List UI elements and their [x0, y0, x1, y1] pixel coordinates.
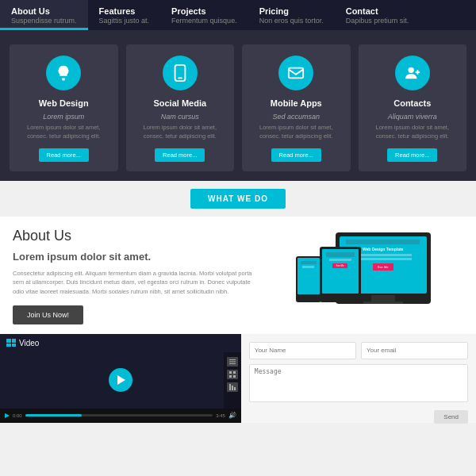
card-text: Lorem ipsum dolor sit amet, consec. tetu…	[134, 124, 227, 140]
card-read-more-button[interactable]: Read more...	[155, 148, 205, 162]
card-contacts: Contacts Aliquam viverra Lorem ipsum dol…	[359, 44, 467, 171]
card-title: Contacts	[393, 98, 431, 108]
svg-rect-5	[229, 361, 236, 362]
nav-item-projects[interactable]: ProjectsFermentum quisque.	[160, 0, 248, 30]
svg-rect-4	[229, 359, 236, 360]
about-section: About Us Lorem ipsum dolor sit amet. Con…	[0, 217, 476, 334]
card-read-more-button[interactable]: Read more...	[39, 148, 89, 162]
card-text: Lorem ipsum dolor sit amet, consec. tetu…	[367, 124, 459, 140]
card-icon	[163, 56, 198, 90]
contact-submit-button[interactable]: Send	[434, 410, 468, 424]
nav-item-pricing[interactable]: PricingNon eros quis tortor.	[248, 0, 335, 30]
video-label: Video	[19, 339, 39, 347]
cards-section: Web Design Lorem ipsum Lorem ipsum dolor…	[0, 30, 476, 181]
card-icon	[278, 56, 313, 90]
screen-btn[interactable]: See Me	[373, 263, 393, 271]
card-subtitle: Sed accumsan	[272, 113, 320, 121]
about-title: About Us	[13, 228, 253, 244]
card-read-more-button[interactable]: Read more...	[271, 148, 321, 162]
about-headline: Lorem ipsum dolor sit amet.	[13, 251, 253, 263]
svg-rect-8	[233, 371, 236, 374]
contact-name-email-row	[249, 342, 468, 359]
video-header: Video	[0, 334, 241, 352]
tablet: See Me	[320, 247, 361, 302]
vs-icon-grid[interactable]	[227, 370, 238, 379]
card-subtitle: Aliquam viverra	[388, 113, 437, 121]
card-title: Mobile Apps	[271, 98, 322, 108]
svg-rect-11	[229, 384, 231, 390]
svg-rect-10	[233, 375, 236, 378]
card-text: Lorem ipsum dolor sit amet, consec. tetu…	[250, 124, 343, 140]
svg-rect-2	[289, 68, 303, 79]
device-mockup: Web Design Template See Me See Me	[296, 232, 431, 320]
bottom-section: Video ▶ 0:00 3:45 🔊	[0, 334, 476, 423]
nav-item-about-us[interactable]: About UsSuspendisse rutrum.	[0, 0, 88, 30]
what-we-do-badge: WHAT WE DO	[190, 189, 286, 209]
play-button[interactable]	[109, 368, 132, 392]
join-button[interactable]: Join Us Now!	[13, 305, 83, 324]
card-title: Web Design	[39, 98, 89, 108]
card-social-media: Social Media Nam cursus Lorem ipsum dolo…	[126, 44, 235, 171]
screen-title: Web Design Template	[363, 247, 404, 251]
volume-icon[interactable]: 🔊	[228, 412, 236, 419]
video-progress-fill	[25, 414, 82, 416]
navigation: About UsSuspendisse rutrum.FeaturesSagit…	[0, 0, 476, 30]
contact-email-input[interactable]	[361, 342, 468, 359]
card-mobile-apps: Mobile Apps Sed accumsan Lorem ipsum dol…	[242, 44, 351, 171]
what-we-do-section: WHAT WE DO	[0, 181, 476, 217]
video-sidebar	[224, 352, 241, 409]
nav-item-features[interactable]: FeaturesSagittis justo at.	[88, 0, 161, 30]
video-main	[0, 352, 241, 409]
video-grid-icon	[6, 339, 16, 347]
svg-rect-6	[229, 363, 236, 364]
card-icon	[395, 56, 430, 90]
about-left: About Us Lorem ipsum dolor sit amet. Con…	[13, 228, 253, 324]
vs-icon-bars[interactable]	[227, 382, 238, 392]
vs-icon-list[interactable]	[227, 357, 238, 367]
contact-message-input[interactable]	[249, 364, 468, 402]
nav-item-contact[interactable]: ContactDapibus pretium sit.	[335, 0, 420, 30]
card-subtitle: Nam cursus	[161, 113, 199, 121]
phone-screen	[298, 258, 320, 294]
tablet-screen: See Me	[322, 249, 359, 294]
card-read-more-button[interactable]: Read more...	[387, 148, 437, 162]
video-panel: Video ▶ 0:00 3:45 🔊	[0, 334, 241, 423]
contact-panel: Send	[241, 334, 476, 423]
phone	[296, 256, 321, 302]
video-controls: ▶ 0:00 3:45 🔊	[0, 409, 241, 423]
about-text: Consectetur adipiscing elit. Aliquam fer…	[13, 269, 253, 296]
video-total-time: 3:45	[216, 413, 225, 418]
card-text: Lorem ipsum dolor sit amet, consec. tetu…	[17, 124, 110, 140]
svg-rect-12	[232, 386, 233, 390]
svg-rect-7	[229, 371, 232, 374]
tablet-btn: See Me	[332, 263, 347, 268]
svg-rect-13	[234, 387, 236, 390]
svg-point-3	[408, 67, 413, 73]
svg-rect-1	[178, 78, 182, 79]
card-subtitle: Lorem ipsum	[43, 113, 84, 121]
about-right: Web Design Template See Me See Me	[263, 228, 463, 324]
card-title: Social Media	[153, 98, 206, 108]
video-play-btn[interactable]: ▶	[5, 412, 10, 419]
video-time: 0:00	[13, 413, 22, 418]
card-web-design: Web Design Lorem ipsum Lorem ipsum dolor…	[10, 44, 118, 171]
contact-name-input[interactable]	[249, 342, 356, 359]
svg-rect-9	[229, 375, 232, 378]
card-icon	[46, 56, 81, 90]
video-progress-bar[interactable]	[25, 414, 213, 416]
